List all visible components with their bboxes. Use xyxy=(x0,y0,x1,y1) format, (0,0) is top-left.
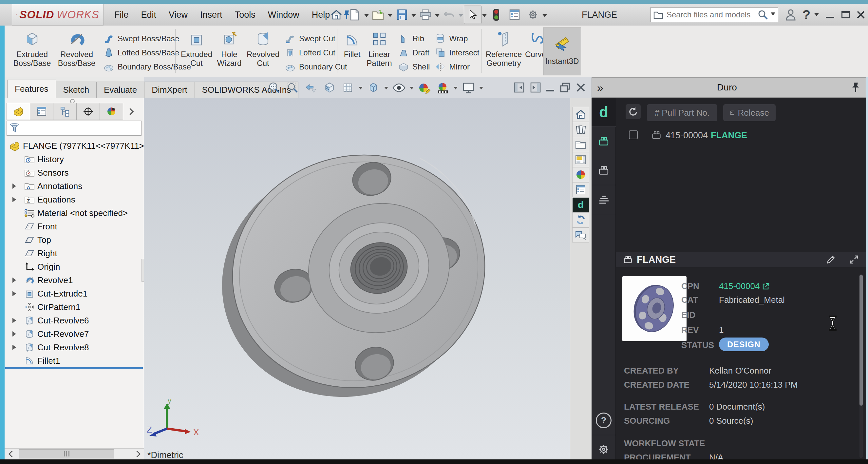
duro-part-tab-icon[interactable] xyxy=(592,127,616,156)
tree-item-revolve1[interactable]: Revolve1 xyxy=(5,273,144,287)
part-row-number[interactable]: 415-00004 xyxy=(665,130,708,141)
tree-item-top-plane[interactable]: Top xyxy=(5,233,144,246)
doc-restore-icon[interactable] xyxy=(559,82,570,93)
view-palette-icon[interactable] xyxy=(572,152,589,167)
menu-window[interactable]: Window xyxy=(262,4,306,26)
previous-view-icon[interactable] xyxy=(304,80,319,95)
reference-geometry-button[interactable]: Reference Geometry xyxy=(484,28,523,67)
swept-cut-button[interactable]: Swept Cut xyxy=(284,32,347,45)
undo-dropdown[interactable] xyxy=(459,14,463,19)
part-row-name-link[interactable]: FLANGE xyxy=(711,130,747,141)
select-tool-button[interactable] xyxy=(464,6,482,24)
boundary-cut-button[interactable]: Boundary Cut xyxy=(284,60,347,73)
expand-arrow[interactable] xyxy=(12,331,19,337)
minimize-button[interactable] xyxy=(822,4,839,26)
design-library-icon[interactable] xyxy=(572,122,589,137)
maximize-button[interactable] xyxy=(837,4,854,26)
fillet-button[interactable]: Fillet xyxy=(341,28,364,59)
display-style-dropdown[interactable] xyxy=(384,87,388,91)
show-left-pane-icon[interactable] xyxy=(514,82,525,93)
duro-help-icon[interactable]: ? xyxy=(592,406,616,435)
tree-horizontal-scrollbar[interactable] xyxy=(5,448,144,459)
duro-logo[interactable]: d xyxy=(592,98,616,127)
tab-feature-tree[interactable] xyxy=(6,103,30,120)
refresh-button[interactable] xyxy=(626,104,641,119)
swept-boss-button[interactable]: Swept Boss/Base xyxy=(103,32,191,45)
new-document-button[interactable] xyxy=(346,6,364,24)
tab-configuration-manager[interactable] xyxy=(53,103,76,120)
scrollbar-thumb[interactable] xyxy=(19,449,114,458)
draft-button[interactable]: Draft xyxy=(398,46,430,59)
expand-arrow[interactable] xyxy=(12,197,19,202)
duro-scrollbar-thumb[interactable] xyxy=(860,274,863,406)
view-orientation-dropdown[interactable] xyxy=(359,87,363,91)
tree-filter-box[interactable] xyxy=(6,121,142,136)
rebuild-button[interactable] xyxy=(487,6,505,24)
cpn-value-link[interactable]: 415-00004 xyxy=(719,281,769,291)
tab-dimxpert-manager[interactable] xyxy=(76,103,100,120)
tree-root-flange[interactable]: FLANGE (7977K11<<7977K11>_Displa xyxy=(5,139,144,152)
rib-button[interactable]: Rib xyxy=(398,32,430,45)
tree-item-history[interactable]: History xyxy=(5,153,144,166)
home-button[interactable] xyxy=(328,6,345,24)
part-row-checkbox[interactable] xyxy=(629,130,638,139)
show-right-pane-icon[interactable] xyxy=(530,82,541,93)
lofted-cut-button[interactable]: Lofted Cut xyxy=(284,46,347,59)
file-properties-button[interactable] xyxy=(506,6,523,24)
revolved-boss-button[interactable]: Revolved Boss/Base xyxy=(54,28,99,67)
select-dropdown[interactable] xyxy=(482,14,487,19)
appearances-scenes-icon[interactable] xyxy=(572,167,589,182)
doc-minimize-icon[interactable] xyxy=(546,90,554,91)
revolved-cut-button[interactable]: Revolved Cut xyxy=(245,28,281,67)
shell-button[interactable]: Shell xyxy=(398,60,430,73)
open-button[interactable] xyxy=(370,6,387,24)
options-dropdown[interactable] xyxy=(542,14,547,19)
expand-arrow[interactable] xyxy=(12,291,19,296)
tree-item-cut-revolve6[interactable]: Cut-Revolve6 xyxy=(5,314,144,327)
search-input[interactable] xyxy=(666,10,755,20)
release-button[interactable]: Release xyxy=(723,104,776,121)
tab-features[interactable]: Features xyxy=(7,80,56,98)
expand-panel-icon[interactable] xyxy=(849,255,859,264)
duro-tab-icon[interactable]: d xyxy=(572,197,589,212)
print-button[interactable] xyxy=(416,6,434,24)
display-style-icon[interactable] xyxy=(366,80,381,95)
close-button[interactable] xyxy=(852,4,868,26)
search-box[interactable] xyxy=(651,7,778,22)
search-dropdown[interactable] xyxy=(771,12,775,18)
tree-item-cut-revolve8[interactable]: Cut-Revolve8 xyxy=(5,341,144,354)
apply-scene-icon[interactable] xyxy=(435,80,451,95)
duro-sort-tab-icon[interactable] xyxy=(592,185,616,214)
section-view-icon[interactable] xyxy=(322,80,337,95)
linear-pattern-button[interactable]: Linear Pattern xyxy=(364,28,395,67)
expand-arrow[interactable] xyxy=(12,183,19,189)
save-dropdown[interactable] xyxy=(411,14,416,19)
new-document-dropdown[interactable] xyxy=(364,14,369,19)
hide-show-items-icon[interactable] xyxy=(392,80,406,95)
help-button[interactable]: ? xyxy=(798,4,815,26)
tree-item-material[interactable]: Material <not specified> xyxy=(5,206,144,220)
view-settings-icon[interactable] xyxy=(461,80,476,95)
tree-item-annotations[interactable]: A Annotations xyxy=(5,180,144,193)
tab-overflow-button[interactable] xyxy=(123,103,137,120)
menu-view[interactable]: View xyxy=(162,4,194,26)
tree-item-fillet1[interactable]: Fillet1 xyxy=(5,354,144,367)
scroll-right-icon[interactable] xyxy=(130,449,144,458)
tree-item-cirpattern1[interactable]: CirPattern1 xyxy=(5,300,144,314)
file-explorer-icon[interactable] xyxy=(572,137,589,152)
help-dropdown[interactable] xyxy=(814,13,819,18)
boundary-boss-button[interactable]: Boundary Boss/Base xyxy=(103,60,191,73)
duro-assembly-tab-icon[interactable] xyxy=(592,156,616,185)
tab-sketch[interactable]: Sketch xyxy=(56,82,97,98)
options-gear-button[interactable] xyxy=(524,6,542,24)
apply-scene-dropdown[interactable] xyxy=(454,87,458,91)
custom-properties-icon[interactable] xyxy=(572,182,589,197)
pin-panel-icon[interactable] xyxy=(850,82,861,93)
expand-arrow[interactable] xyxy=(12,318,19,323)
hide-show-dropdown[interactable] xyxy=(410,87,414,91)
menu-edit[interactable]: Edit xyxy=(135,4,163,26)
view-orientation-icon[interactable] xyxy=(340,80,355,95)
menu-tools[interactable]: Tools xyxy=(229,4,262,26)
zoom-area-icon[interactable] xyxy=(285,80,300,95)
expand-arrow[interactable] xyxy=(12,278,19,283)
